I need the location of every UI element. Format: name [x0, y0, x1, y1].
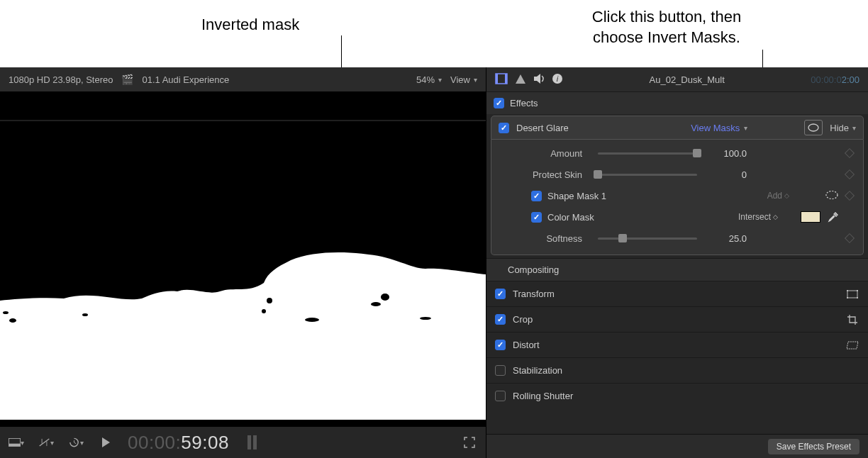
audio-meter-icon[interactable] — [247, 435, 257, 449]
color-tab-icon[interactable] — [515, 73, 526, 86]
effect-name: Desert Glare — [516, 123, 569, 133]
svg-point-3 — [305, 318, 319, 322]
playhead-timecode[interactable]: 00:00:59:08 — [128, 432, 229, 454]
inspector-footer: Save Effects Preset — [486, 434, 868, 458]
svg-point-9 — [3, 311, 9, 314]
svg-marker-16 — [102, 437, 110, 447]
effect-header: Desert Glare View Masks ▾ Hide▾ — [491, 116, 864, 140]
svg-rect-28 — [857, 290, 858, 291]
clip-name: 01.1 Audi Experience — [142, 74, 229, 85]
clapperboard-icon: 🎬 — [121, 74, 133, 85]
amount-label: Amount — [506, 148, 591, 159]
viewer-pane: 1080p HD 23.98p, Stereo 🎬 01.1 Audi Expe… — [0, 67, 486, 458]
chevron-down-icon: ▾ — [852, 124, 856, 132]
info-tab-icon[interactable]: i — [552, 73, 563, 86]
inspector-timecode: 00:00:02:00 — [811, 74, 859, 85]
shape-blend-mode-dropdown[interactable]: Add ◇ — [767, 191, 789, 201]
amount-value[interactable]: 100.0 — [704, 148, 747, 159]
color-mask-checkbox[interactable] — [531, 212, 542, 223]
svg-point-24 — [808, 124, 818, 131]
svg-rect-19 — [505, 74, 507, 84]
svg-point-1 — [267, 298, 272, 303]
save-effects-preset-button[interactable]: Save Effects Preset — [768, 439, 859, 454]
svg-point-6 — [420, 317, 431, 320]
crop-row[interactable]: Crop — [486, 306, 868, 332]
format-label: 1080p HD 23.98p, Stereo — [9, 74, 113, 85]
color-swatch[interactable] — [801, 211, 820, 223]
zoom-dropdown[interactable]: 54%▾ — [416, 74, 442, 85]
effect-body: Amount 100.0 Protect Skin 0 Shape Mask 1… — [491, 140, 864, 255]
svg-point-25 — [826, 191, 838, 199]
crop-checkbox[interactable] — [495, 314, 506, 325]
snapping-icon[interactable]: ▾ — [38, 435, 54, 450]
keyframe-icon[interactable] — [845, 233, 855, 243]
svg-rect-30 — [857, 297, 858, 298]
distort-row[interactable]: Distort — [486, 332, 868, 357]
color-mask-label: Color Mask — [547, 212, 594, 223]
svg-rect-12 — [9, 444, 20, 447]
transform-icon[interactable] — [845, 289, 859, 300]
rolling-shutter-checkbox[interactable] — [495, 391, 506, 401]
chevron-down-icon: ▾ — [474, 76, 477, 84]
shape-mask-label: Shape Mask 1 — [547, 191, 606, 201]
transform-row[interactable]: Transform — [486, 281, 868, 306]
shape-mask-icon[interactable] — [825, 190, 839, 202]
color-blend-mode-dropdown[interactable]: Intersect ◇ — [738, 212, 778, 222]
retime-icon[interactable]: ▾ — [68, 435, 84, 450]
keyframe-icon[interactable] — [845, 169, 855, 179]
transform-checkbox[interactable] — [495, 289, 506, 299]
chevron-down-icon: ▾ — [21, 439, 24, 447]
softness-value[interactable]: 25.0 — [704, 233, 747, 244]
rolling-shutter-row[interactable]: Rolling Shutter — [486, 383, 868, 408]
view-dropdown[interactable]: View▾ — [450, 74, 477, 85]
effects-checkbox[interactable] — [494, 98, 504, 108]
rolling-shutter-label: Rolling Shutter — [513, 391, 573, 401]
video-tab-icon[interactable] — [495, 73, 508, 86]
effects-section-header[interactable]: Effects — [486, 91, 868, 114]
protect-skin-row: Protect Skin 0 — [491, 164, 863, 185]
annotation-inverted-mask: Inverted mask — [201, 16, 299, 34]
viewer-canvas[interactable] — [0, 91, 486, 427]
effect-enable-checkbox[interactable] — [499, 123, 509, 133]
svg-rect-27 — [847, 290, 848, 291]
play-button[interactable] — [98, 435, 113, 450]
color-mask-row: Color Mask Intersect ◇ — [491, 206, 863, 228]
protect-skin-label: Protect Skin — [506, 169, 591, 180]
chevron-down-icon: ▾ — [50, 439, 54, 447]
shape-mask-checkbox[interactable] — [531, 191, 542, 201]
amount-row: Amount 100.0 — [491, 143, 863, 164]
inspector-clip-name: Au_02_Dusk_Mult — [570, 74, 803, 85]
softness-slider[interactable] — [598, 238, 697, 240]
stabilization-row[interactable]: Stabilization — [486, 357, 868, 383]
svg-rect-10 — [0, 120, 486, 121]
chevron-down-icon: ▾ — [744, 124, 747, 132]
crop-label: Crop — [513, 314, 533, 325]
distort-checkbox[interactable] — [495, 340, 506, 350]
fullscreen-icon[interactable] — [462, 435, 477, 450]
crop-icon[interactable] — [845, 314, 859, 325]
audio-tab-icon[interactable] — [533, 74, 545, 86]
view-masks-dropdown[interactable]: View Masks ▾ — [691, 123, 747, 133]
viewer-footer: ▾ ▾ ▾ 00:00:59:08 — [0, 427, 486, 458]
hide-dropdown[interactable]: Hide▾ — [830, 123, 856, 133]
effects-label: Effects — [510, 98, 538, 108]
shape-mask-row: Shape Mask 1 Add ◇ — [491, 185, 863, 206]
clip-appearance-icon[interactable]: ▾ — [9, 435, 24, 450]
svg-rect-18 — [496, 74, 498, 84]
apply-mask-button[interactable] — [804, 120, 823, 135]
amount-slider[interactable] — [598, 152, 697, 155]
stabilization-checkbox[interactable] — [495, 365, 506, 376]
compositing-label: Compositing — [486, 258, 868, 281]
protect-skin-slider[interactable] — [598, 174, 697, 176]
keyframe-icon[interactable] — [845, 148, 855, 158]
svg-line-13 — [40, 439, 50, 446]
keyframe-icon[interactable] — [845, 191, 855, 201]
protect-skin-value[interactable]: 0 — [704, 169, 747, 180]
svg-point-2 — [262, 309, 266, 313]
svg-rect-26 — [847, 291, 857, 298]
svg-marker-31 — [847, 342, 858, 349]
distort-icon[interactable] — [845, 340, 859, 351]
svg-point-4 — [371, 302, 381, 306]
eyedropper-icon[interactable] — [828, 211, 839, 223]
svg-marker-21 — [534, 74, 540, 84]
